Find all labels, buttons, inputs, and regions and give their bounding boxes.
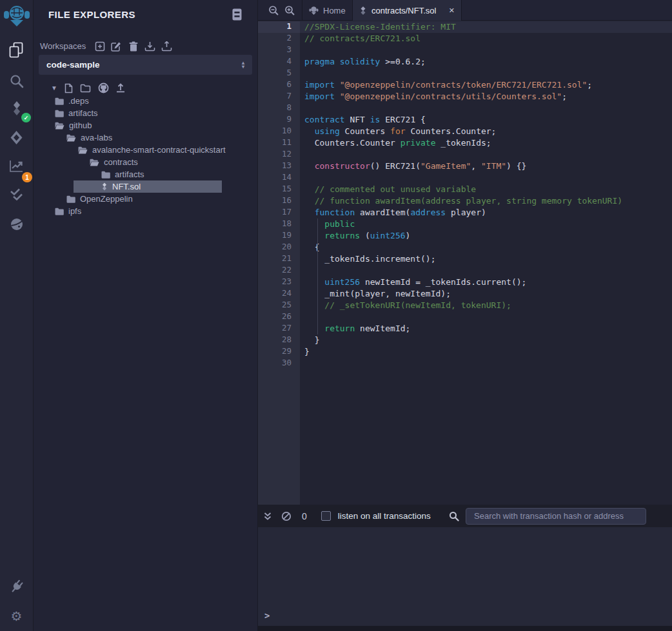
- sidebar-item-unit-testing[interactable]: [0, 183, 33, 206]
- line-number[interactable]: 8: [258, 102, 300, 114]
- tree-item-contracts[interactable]: contracts: [34, 156, 257, 168]
- delete-workspace-icon[interactable]: [128, 41, 139, 52]
- tree-item-.deps[interactable]: .deps: [34, 95, 257, 107]
- code-line-26[interactable]: [300, 311, 672, 323]
- code-line-21[interactable]: _tokenIds.increment();: [300, 253, 672, 265]
- sidebar-item-deploy-run[interactable]: [0, 126, 33, 149]
- sidebar-item-file-explorer[interactable]: [0, 39, 33, 62]
- code-line-5[interactable]: [300, 68, 672, 79]
- line-number[interactable]: 1: [258, 21, 300, 33]
- code-line-29[interactable]: }: [300, 346, 672, 358]
- line-number[interactable]: 23: [258, 277, 300, 288]
- line-number[interactable]: 22: [258, 265, 300, 277]
- tree-item-avalanche-smart-contract-quickstart[interactable]: avalanche-smart-contract-quickstart: [34, 144, 257, 156]
- code-line-22[interactable]: [300, 265, 672, 277]
- code-line-14[interactable]: [300, 172, 672, 184]
- new-folder-icon[interactable]: [80, 84, 91, 93]
- code-line-8[interactable]: [300, 102, 672, 114]
- line-number[interactable]: 18: [258, 218, 300, 230]
- line-number[interactable]: 2: [258, 33, 300, 44]
- sidebar-item-search[interactable]: [0, 70, 33, 93]
- code-line-11[interactable]: Counters.Counter private _tokenIds;: [300, 137, 672, 149]
- listen-all-transactions-checkbox[interactable]: [321, 511, 331, 521]
- restore-workspaces-icon[interactable]: [161, 41, 172, 52]
- download-workspaces-icon[interactable]: [144, 41, 155, 52]
- zoom-out-icon[interactable]: [266, 0, 281, 21]
- line-number[interactable]: 9: [258, 114, 300, 126]
- line-number[interactable]: 26: [258, 311, 300, 323]
- line-number[interactable]: 30: [258, 358, 300, 369]
- line-number[interactable]: 11: [258, 137, 300, 149]
- code-line-16[interactable]: // function awardItem(address player, st…: [300, 195, 672, 207]
- code-line-13[interactable]: constructor() ERC721("GameItem", "ITM") …: [300, 160, 672, 172]
- terminal-content[interactable]: >: [258, 527, 672, 626]
- code-line-23[interactable]: uint256 newItemId = _tokenIds.current();: [300, 277, 672, 288]
- collapse-tree-icon[interactable]: ▼: [51, 84, 57, 92]
- code-line-10[interactable]: using Counters for Counters.Counter;: [300, 126, 672, 137]
- line-number[interactable]: 7: [258, 91, 300, 102]
- code-line-12[interactable]: [300, 149, 672, 160]
- code-line-17[interactable]: function awardItem(address player): [300, 207, 672, 218]
- code-line-4[interactable]: pragma solidity >=0.6.2;: [300, 56, 672, 68]
- line-number[interactable]: 28: [258, 335, 300, 346]
- collapse-terminal-icon[interactable]: [263, 512, 272, 521]
- line-number[interactable]: 21: [258, 253, 300, 265]
- sidebar-item-analytics[interactable]: 1: [0, 155, 33, 178]
- line-number[interactable]: 24: [258, 288, 300, 300]
- tab-contracts-nft-sol[interactable]: contracts/NFT.sol ✕: [352, 0, 462, 21]
- line-number[interactable]: 14: [258, 172, 300, 184]
- sidebar-item-settings[interactable]: ⚙: [0, 605, 33, 628]
- code-line-25[interactable]: // _setTokenURI(newItemId, tokenURI);: [300, 300, 672, 311]
- tree-item-github[interactable]: github: [34, 119, 257, 131]
- tree-item-artifacts[interactable]: artifacts: [34, 168, 257, 180]
- transaction-search-input[interactable]: [466, 508, 646, 525]
- code-line-9[interactable]: contract NFT is ERC721 {: [300, 114, 672, 126]
- tree-item-artifacts[interactable]: artifacts: [34, 107, 257, 119]
- line-number[interactable]: 5: [258, 68, 300, 79]
- line-number[interactable]: 10: [258, 126, 300, 137]
- tree-item-ipfs[interactable]: ipfs: [34, 205, 257, 217]
- terminal-prompt[interactable]: >: [264, 610, 270, 621]
- code-line-19[interactable]: returns (uint256): [300, 230, 672, 242]
- line-number[interactable]: 19: [258, 230, 300, 242]
- line-number[interactable]: 4: [258, 56, 300, 68]
- code-line-1[interactable]: //SPDX-License-Identifier: MIT: [300, 21, 672, 33]
- code-line-27[interactable]: return newItemId;: [300, 323, 672, 335]
- code-line-2[interactable]: // contracts/ERC721.sol: [300, 33, 672, 44]
- code-line-6[interactable]: import "@openzeppelin/contracts/token/ER…: [300, 79, 672, 91]
- code-line-18[interactable]: public: [300, 218, 672, 230]
- clear-console-icon[interactable]: [281, 511, 292, 521]
- line-number[interactable]: 6: [258, 79, 300, 91]
- panel-menu-icon[interactable]: [232, 8, 242, 21]
- sidebar-item-solidity-compiler[interactable]: ✓: [0, 97, 33, 120]
- new-file-icon[interactable]: [64, 83, 73, 93]
- code-line-28[interactable]: }: [300, 335, 672, 346]
- tab-home[interactable]: Home: [302, 0, 352, 21]
- zoom-in-icon[interactable]: [282, 0, 297, 21]
- line-number[interactable]: 16: [258, 195, 300, 207]
- rename-workspace-icon[interactable]: [111, 41, 122, 52]
- code-line-24[interactable]: _mint(player, newItemId);: [300, 288, 672, 300]
- line-number[interactable]: 25: [258, 300, 300, 311]
- code-line-30[interactable]: [300, 358, 672, 369]
- line-number[interactable]: 17: [258, 207, 300, 218]
- sidebar-item-plugin-manager[interactable]: [0, 575, 33, 598]
- github-icon[interactable]: [98, 83, 109, 93]
- line-number[interactable]: 27: [258, 323, 300, 335]
- publish-gist-icon[interactable]: [116, 83, 125, 93]
- line-number[interactable]: 13: [258, 160, 300, 172]
- tree-item-nft.sol[interactable]: NFT.sol: [34, 180, 257, 193]
- tree-item-ava-labs[interactable]: ava-labs: [34, 131, 257, 144]
- line-number[interactable]: 20: [258, 242, 300, 253]
- code-line-20[interactable]: {: [300, 242, 672, 253]
- line-number[interactable]: 29: [258, 346, 300, 358]
- remix-logo[interactable]: [0, 3, 33, 31]
- code-line-15[interactable]: // commented out unused variable: [300, 184, 672, 195]
- code-line-3[interactable]: [300, 44, 672, 56]
- workspace-select[interactable]: code-sample ▴▾: [39, 55, 252, 75]
- sidebar-item-sphere-plugin[interactable]: [0, 213, 33, 236]
- line-number[interactable]: 12: [258, 149, 300, 160]
- close-tab-icon[interactable]: ✕: [449, 6, 455, 15]
- tree-item-openzeppelin[interactable]: OpenZeppelin: [34, 193, 257, 205]
- create-workspace-icon[interactable]: [94, 41, 105, 52]
